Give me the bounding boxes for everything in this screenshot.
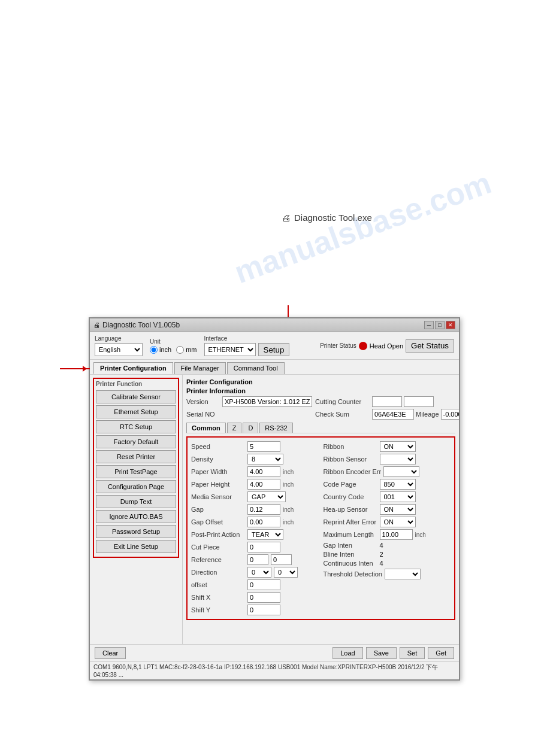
set-button[interactable]: Set [400, 647, 425, 659]
cut-piece-label: Cut Piece [191, 544, 245, 551]
hea-up-sensor-select[interactable]: ONOFF [380, 504, 416, 515]
speed-input[interactable] [247, 441, 280, 452]
field-country-code: Country Code 001002003004 [324, 491, 451, 502]
code-page-select[interactable]: 850437852860863865 [380, 479, 416, 490]
printer-icon: 🖨 [282, 212, 291, 223]
direction-select1[interactable]: 01 [247, 567, 271, 578]
cutting-counter-input1[interactable] [372, 396, 402, 407]
gap-inten-value: 4 [380, 542, 383, 549]
shift-y-input[interactable] [247, 605, 280, 615]
unit-inch-radio[interactable] [150, 346, 158, 354]
status-bar: COM1 9600,N,8,1 LPT1 MAC:8c-f2-28-03-16-… [90, 661, 459, 679]
factory-default-button[interactable]: Factory Default [96, 435, 176, 448]
paper-height-input[interactable] [247, 479, 280, 490]
field-reference: Reference [191, 554, 319, 565]
gap-inten-label: Gap Inten [324, 542, 377, 549]
load-button[interactable]: Load [333, 647, 362, 659]
tab-command-tool[interactable]: Command Tool [227, 362, 285, 374]
shift-x-label: Shift X [191, 594, 245, 601]
exit-line-setup-button[interactable]: Exit Line Setup [96, 540, 176, 553]
ribbon-encoder-err-select[interactable]: ONOFF [383, 466, 419, 477]
offset-input[interactable] [247, 579, 280, 590]
inner-tab-z[interactable]: Z [227, 423, 242, 433]
offset-label: offset [191, 581, 245, 588]
reset-printer-button[interactable]: Reset Printer [96, 450, 176, 463]
unit-inch-label: inch [159, 346, 171, 353]
app-label-area: 🖨 Diagnostic Tool.exe [282, 212, 372, 223]
field-gap-offset: Gap Offset inch [191, 517, 319, 527]
density-select[interactable]: 81234567910 [247, 454, 283, 464]
ribbon-sensor-label: Ribbon Sensor [324, 456, 377, 463]
interface-select[interactable]: ETHERNET USB COM1 LPT1 [204, 343, 256, 356]
unit-group: Unit inch mm [150, 338, 197, 354]
direction-label: Direction [191, 569, 245, 576]
shift-x-input[interactable] [247, 592, 280, 603]
gap-offset-input[interactable] [247, 517, 280, 527]
field-ribbon-sensor: Ribbon Sensor ONOFF [324, 454, 451, 464]
threshold-detection-select[interactable] [385, 569, 421, 579]
maximum-length-input[interactable] [380, 529, 413, 540]
field-reprint-after-error: Reprint After Error ONOFF [324, 517, 451, 527]
gap-unit: inch [283, 506, 294, 513]
media-sensor-select[interactable]: GAPBLINECONTTRANS [247, 491, 286, 502]
get-button[interactable]: Get [428, 647, 454, 659]
ignore-autobias-button[interactable]: Ignore AUTO.BAS [96, 510, 176, 523]
version-input[interactable] [222, 396, 312, 407]
rtc-setup-button[interactable]: RTC Setup [96, 420, 176, 433]
calibrate-sensor-button[interactable]: Calibrate Sensor [96, 390, 176, 403]
get-status-button[interactable]: Get Status [406, 339, 454, 353]
clear-button[interactable]: Clear [95, 647, 126, 659]
minimize-button[interactable]: ─ [424, 321, 434, 329]
field-maximum-length: Maximum Length inch [324, 529, 451, 540]
reference-input1[interactable] [247, 554, 268, 565]
annotation-arrow-left [60, 368, 90, 369]
action-buttons-left: Clear [95, 647, 126, 659]
printer-configuration-title: Printer Configuration [186, 378, 455, 385]
ribbon-sensor-select[interactable]: ONOFF [380, 454, 416, 464]
country-code-select[interactable]: 001002003004 [380, 491, 416, 502]
gap-input[interactable] [247, 504, 280, 515]
cut-piece-input[interactable] [247, 542, 280, 552]
setup-button[interactable]: Setup [258, 343, 290, 356]
toolbar: Language English Chinese French Unit inc… [90, 332, 459, 360]
left-panel: Printer Function Calibrate Sensor Ethern… [90, 375, 183, 644]
check-sum-input[interactable] [372, 409, 414, 420]
maximum-length-label: Maximum Length [324, 531, 377, 538]
tab-printer-configuration[interactable]: Printer Configuration [93, 362, 173, 374]
ribbon-select[interactable]: ONOFF [380, 441, 416, 452]
inner-tab-d[interactable]: D [243, 423, 258, 433]
cutting-counter-label: Cutting Counter [315, 398, 369, 405]
save-button[interactable]: Save [366, 647, 397, 659]
tab-file-manager[interactable]: File Manager [174, 362, 226, 374]
direction-select2[interactable]: 01 [274, 567, 298, 578]
inner-tab-rs232[interactable]: RS-232 [259, 423, 292, 433]
configuration-page-button[interactable]: Configuration Page [96, 480, 176, 493]
status-dot [359, 342, 367, 350]
config-box: Speed Density 81234567910 Paper Width [186, 436, 455, 620]
cutting-counter-input2[interactable] [404, 396, 434, 407]
reprint-after-error-select[interactable]: ONOFF [380, 517, 416, 527]
post-print-select[interactable]: TEARPEELCUT [247, 529, 283, 540]
ethernet-setup-button[interactable]: Ethernet Setup [96, 405, 176, 418]
unit-mm-label: mm [186, 346, 197, 353]
language-group: Language English Chinese French [95, 335, 143, 356]
action-buttons-right: Load Save Set Get [333, 647, 454, 659]
field-gap: Gap inch [191, 504, 319, 515]
reference-input2[interactable] [271, 554, 292, 565]
print-testpage-button[interactable]: Print TestPage [96, 465, 176, 478]
interface-group: Interface ETHERNET USB COM1 LPT1 Setup [204, 335, 290, 356]
password-setup-button[interactable]: Password Setup [96, 525, 176, 538]
config-grid: Speed Density 81234567910 Paper Width [191, 441, 451, 615]
printer-status-label: Printer Status [320, 342, 356, 349]
dump-text-button[interactable]: Dump Text [96, 495, 176, 508]
field-shift-x: Shift X [191, 592, 319, 603]
inner-tab-common[interactable]: Common [186, 423, 226, 433]
paper-width-input[interactable] [247, 466, 280, 477]
maximize-button[interactable]: □ [435, 321, 445, 329]
close-button[interactable]: ✕ [446, 321, 455, 329]
unit-mm-radio[interactable] [176, 346, 184, 354]
bline-inten-value: 2 [380, 551, 383, 558]
mileage-input[interactable] [441, 409, 459, 420]
language-select[interactable]: English Chinese French [95, 343, 143, 356]
printer-information-title: Printer Information [186, 387, 455, 394]
